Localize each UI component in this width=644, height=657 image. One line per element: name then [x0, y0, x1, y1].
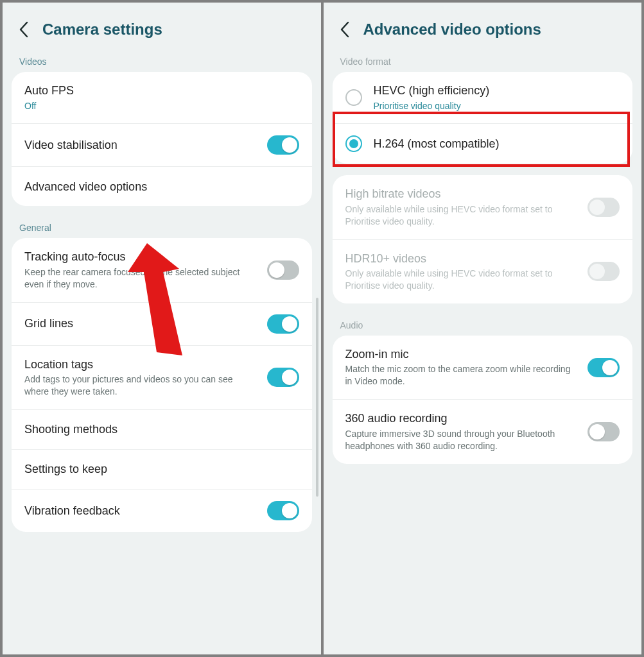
row-title: 360 audio recording — [345, 411, 580, 426]
row-title: Auto FPS — [24, 83, 292, 98]
toggle-zoom-in-mic[interactable] — [587, 358, 620, 377]
section-label-videos: Videos — [3, 51, 321, 72]
row-advanced-video-options[interactable]: Advanced video options — [12, 166, 312, 206]
row-title: High bitrate videos — [345, 187, 580, 201]
row-sub: Only available while using HEVC video fo… — [345, 203, 580, 228]
row-location-tags[interactable]: Location tags Add tags to your pictures … — [12, 345, 312, 409]
toggle-grid-lines[interactable] — [267, 314, 299, 334]
card-general: Tracking auto-focus Keep the rear camera… — [12, 238, 312, 532]
section-label-audio: Audio — [324, 315, 642, 336]
row-vibration-feedback[interactable]: Vibration feedback — [12, 489, 312, 532]
card-extra-video: High bitrate videos Only available while… — [333, 175, 633, 303]
toggle-vibration-feedback[interactable] — [267, 501, 299, 520]
row-title: Settings to keep — [24, 462, 292, 477]
card-videos: Auto FPS Off Video stabilisation Advance… — [12, 72, 312, 206]
back-icon[interactable] — [15, 21, 32, 38]
row-sub: Add tags to your pictures and videos so … — [24, 373, 259, 398]
row-grid-lines[interactable]: Grid lines — [12, 302, 312, 345]
row-title: Tracking auto-focus — [24, 250, 259, 264]
row-sub: Prioritise video quality — [374, 100, 613, 112]
row-title: Vibration feedback — [24, 504, 259, 518]
section-label-video-format: Video format — [324, 51, 642, 72]
toggle-location-tags[interactable] — [267, 368, 299, 387]
row-title: H.264 (most compatible) — [374, 137, 613, 151]
toggle-360-audio[interactable] — [587, 422, 620, 441]
row-title: Shooting methods — [24, 422, 292, 437]
row-h264[interactable]: H.264 (most compatible) — [333, 123, 633, 164]
toggle-tracking-auto-focus[interactable] — [267, 260, 299, 280]
row-title: Grid lines — [24, 316, 259, 331]
card-video-format: HEVC (high efficiency) Prioritise video … — [333, 72, 633, 164]
header-left: Camera settings — [3, 3, 321, 51]
row-sub: Off — [24, 100, 292, 112]
row-shooting-methods[interactable]: Shooting methods — [12, 409, 312, 449]
row-video-stabilisation[interactable]: Video stabilisation — [12, 123, 312, 166]
header-right: Advanced video options — [324, 3, 642, 51]
row-title: Zoom-in mic — [345, 347, 580, 362]
radio-hevc[interactable] — [345, 89, 362, 106]
row-sub: Match the mic zoom to the camera zoom wh… — [345, 363, 580, 388]
toggle-hdr10 — [587, 262, 620, 281]
row-high-bitrate: High bitrate videos Only available while… — [333, 175, 633, 239]
left-pane: Camera settings Videos Auto FPS Off Vide… — [3, 3, 321, 654]
toggle-video-stabilisation[interactable] — [267, 135, 299, 155]
row-auto-fps[interactable]: Auto FPS Off — [12, 72, 312, 123]
page-title: Advanced video options — [363, 21, 541, 38]
row-sub: Only available while using HEVC video fo… — [345, 268, 580, 292]
scrollbar[interactable] — [316, 298, 318, 497]
row-title: Video stabilisation — [24, 138, 259, 153]
row-title: HEVC (high efficiency) — [374, 83, 613, 98]
row-sub: Capture immersive 3D sound through your … — [345, 428, 580, 452]
row-title: HDR10+ videos — [345, 252, 580, 266]
row-title: Location tags — [24, 357, 259, 372]
section-label-general: General — [3, 218, 321, 238]
row-hdr10: HDR10+ videos Only available while using… — [333, 239, 633, 303]
row-360-audio[interactable]: 360 audio recording Capture immersive 3D… — [333, 399, 633, 463]
row-title: Advanced video options — [24, 180, 292, 194]
card-audio: Zoom-in mic Match the mic zoom to the ca… — [333, 336, 633, 464]
row-zoom-in-mic[interactable]: Zoom-in mic Match the mic zoom to the ca… — [333, 336, 633, 399]
toggle-high-bitrate — [587, 198, 620, 217]
page-title: Camera settings — [42, 21, 162, 38]
row-sub: Keep the rear camera focused on the sele… — [24, 266, 259, 291]
radio-h264[interactable] — [345, 135, 362, 152]
back-icon[interactable] — [336, 21, 353, 38]
row-settings-to-keep[interactable]: Settings to keep — [12, 449, 312, 489]
right-pane: Advanced video options Video format HEVC… — [324, 3, 642, 654]
row-hevc[interactable]: HEVC (high efficiency) Prioritise video … — [333, 72, 633, 123]
row-tracking-auto-focus[interactable]: Tracking auto-focus Keep the rear camera… — [12, 238, 312, 302]
